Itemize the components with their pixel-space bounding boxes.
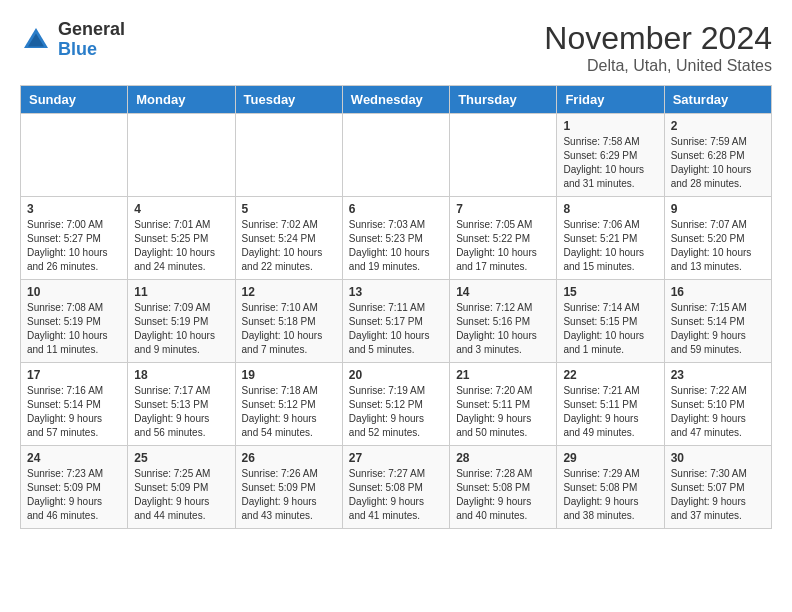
day-number: 25 bbox=[134, 451, 228, 465]
day-number: 27 bbox=[349, 451, 443, 465]
calendar-cell: 7Sunrise: 7:05 AM Sunset: 5:22 PM Daylig… bbox=[450, 197, 557, 280]
day-number: 28 bbox=[456, 451, 550, 465]
day-info: Sunrise: 7:07 AM Sunset: 5:20 PM Dayligh… bbox=[671, 218, 765, 274]
day-info: Sunrise: 7:28 AM Sunset: 5:08 PM Dayligh… bbox=[456, 467, 550, 523]
day-number: 17 bbox=[27, 368, 121, 382]
calendar-week-1: 1Sunrise: 7:58 AM Sunset: 6:29 PM Daylig… bbox=[21, 114, 772, 197]
weekday-header-saturday: Saturday bbox=[664, 86, 771, 114]
day-info: Sunrise: 7:21 AM Sunset: 5:11 PM Dayligh… bbox=[563, 384, 657, 440]
day-number: 16 bbox=[671, 285, 765, 299]
calendar-cell: 19Sunrise: 7:18 AM Sunset: 5:12 PM Dayli… bbox=[235, 363, 342, 446]
logo-line2: Blue bbox=[58, 40, 125, 60]
day-number: 18 bbox=[134, 368, 228, 382]
calendar-cell: 30Sunrise: 7:30 AM Sunset: 5:07 PM Dayli… bbox=[664, 446, 771, 529]
day-number: 3 bbox=[27, 202, 121, 216]
day-info: Sunrise: 7:12 AM Sunset: 5:16 PM Dayligh… bbox=[456, 301, 550, 357]
day-info: Sunrise: 7:11 AM Sunset: 5:17 PM Dayligh… bbox=[349, 301, 443, 357]
day-number: 15 bbox=[563, 285, 657, 299]
weekday-header-row: SundayMondayTuesdayWednesdayThursdayFrid… bbox=[21, 86, 772, 114]
calendar-cell: 29Sunrise: 7:29 AM Sunset: 5:08 PM Dayli… bbox=[557, 446, 664, 529]
day-number: 7 bbox=[456, 202, 550, 216]
calendar-cell: 12Sunrise: 7:10 AM Sunset: 5:18 PM Dayli… bbox=[235, 280, 342, 363]
day-number: 29 bbox=[563, 451, 657, 465]
day-info: Sunrise: 7:06 AM Sunset: 5:21 PM Dayligh… bbox=[563, 218, 657, 274]
day-info: Sunrise: 7:15 AM Sunset: 5:14 PM Dayligh… bbox=[671, 301, 765, 357]
day-info: Sunrise: 7:27 AM Sunset: 5:08 PM Dayligh… bbox=[349, 467, 443, 523]
weekday-header-monday: Monday bbox=[128, 86, 235, 114]
calendar-cell: 23Sunrise: 7:22 AM Sunset: 5:10 PM Dayli… bbox=[664, 363, 771, 446]
calendar-cell bbox=[21, 114, 128, 197]
day-number: 20 bbox=[349, 368, 443, 382]
calendar-cell: 20Sunrise: 7:19 AM Sunset: 5:12 PM Dayli… bbox=[342, 363, 449, 446]
day-info: Sunrise: 7:20 AM Sunset: 5:11 PM Dayligh… bbox=[456, 384, 550, 440]
day-info: Sunrise: 7:05 AM Sunset: 5:22 PM Dayligh… bbox=[456, 218, 550, 274]
page-header: General Blue November 2024 Delta, Utah, … bbox=[20, 20, 772, 75]
day-number: 4 bbox=[134, 202, 228, 216]
calendar-subtitle: Delta, Utah, United States bbox=[544, 57, 772, 75]
calendar-cell: 25Sunrise: 7:25 AM Sunset: 5:09 PM Dayli… bbox=[128, 446, 235, 529]
calendar-cell: 26Sunrise: 7:26 AM Sunset: 5:09 PM Dayli… bbox=[235, 446, 342, 529]
day-info: Sunrise: 7:02 AM Sunset: 5:24 PM Dayligh… bbox=[242, 218, 336, 274]
day-number: 14 bbox=[456, 285, 550, 299]
day-number: 24 bbox=[27, 451, 121, 465]
day-number: 19 bbox=[242, 368, 336, 382]
calendar-week-5: 24Sunrise: 7:23 AM Sunset: 5:09 PM Dayli… bbox=[21, 446, 772, 529]
day-info: Sunrise: 7:26 AM Sunset: 5:09 PM Dayligh… bbox=[242, 467, 336, 523]
title-block: November 2024 Delta, Utah, United States bbox=[544, 20, 772, 75]
logo-text: General Blue bbox=[58, 20, 125, 60]
day-info: Sunrise: 7:30 AM Sunset: 5:07 PM Dayligh… bbox=[671, 467, 765, 523]
logo: General Blue bbox=[20, 20, 125, 60]
logo-icon bbox=[20, 24, 52, 56]
calendar-cell bbox=[342, 114, 449, 197]
calendar-cell: 2Sunrise: 7:59 AM Sunset: 6:28 PM Daylig… bbox=[664, 114, 771, 197]
calendar-title: November 2024 bbox=[544, 20, 772, 57]
logo-line1: General bbox=[58, 20, 125, 40]
day-number: 13 bbox=[349, 285, 443, 299]
day-info: Sunrise: 7:25 AM Sunset: 5:09 PM Dayligh… bbox=[134, 467, 228, 523]
calendar-week-3: 10Sunrise: 7:08 AM Sunset: 5:19 PM Dayli… bbox=[21, 280, 772, 363]
calendar-cell: 16Sunrise: 7:15 AM Sunset: 5:14 PM Dayli… bbox=[664, 280, 771, 363]
calendar-cell: 13Sunrise: 7:11 AM Sunset: 5:17 PM Dayli… bbox=[342, 280, 449, 363]
day-info: Sunrise: 7:03 AM Sunset: 5:23 PM Dayligh… bbox=[349, 218, 443, 274]
day-number: 1 bbox=[563, 119, 657, 133]
day-info: Sunrise: 7:10 AM Sunset: 5:18 PM Dayligh… bbox=[242, 301, 336, 357]
calendar-cell: 18Sunrise: 7:17 AM Sunset: 5:13 PM Dayli… bbox=[128, 363, 235, 446]
day-info: Sunrise: 7:59 AM Sunset: 6:28 PM Dayligh… bbox=[671, 135, 765, 191]
calendar-cell bbox=[235, 114, 342, 197]
calendar-cell: 28Sunrise: 7:28 AM Sunset: 5:08 PM Dayli… bbox=[450, 446, 557, 529]
day-info: Sunrise: 7:00 AM Sunset: 5:27 PM Dayligh… bbox=[27, 218, 121, 274]
calendar-cell: 11Sunrise: 7:09 AM Sunset: 5:19 PM Dayli… bbox=[128, 280, 235, 363]
weekday-header-friday: Friday bbox=[557, 86, 664, 114]
calendar-cell: 9Sunrise: 7:07 AM Sunset: 5:20 PM Daylig… bbox=[664, 197, 771, 280]
weekday-header-thursday: Thursday bbox=[450, 86, 557, 114]
calendar-cell: 4Sunrise: 7:01 AM Sunset: 5:25 PM Daylig… bbox=[128, 197, 235, 280]
day-info: Sunrise: 7:17 AM Sunset: 5:13 PM Dayligh… bbox=[134, 384, 228, 440]
day-info: Sunrise: 7:01 AM Sunset: 5:25 PM Dayligh… bbox=[134, 218, 228, 274]
calendar-cell: 6Sunrise: 7:03 AM Sunset: 5:23 PM Daylig… bbox=[342, 197, 449, 280]
day-number: 11 bbox=[134, 285, 228, 299]
calendar-cell: 5Sunrise: 7:02 AM Sunset: 5:24 PM Daylig… bbox=[235, 197, 342, 280]
weekday-header-tuesday: Tuesday bbox=[235, 86, 342, 114]
day-info: Sunrise: 7:16 AM Sunset: 5:14 PM Dayligh… bbox=[27, 384, 121, 440]
day-number: 10 bbox=[27, 285, 121, 299]
weekday-header-sunday: Sunday bbox=[21, 86, 128, 114]
calendar-cell: 22Sunrise: 7:21 AM Sunset: 5:11 PM Dayli… bbox=[557, 363, 664, 446]
calendar-cell: 14Sunrise: 7:12 AM Sunset: 5:16 PM Dayli… bbox=[450, 280, 557, 363]
weekday-header-wednesday: Wednesday bbox=[342, 86, 449, 114]
day-info: Sunrise: 7:09 AM Sunset: 5:19 PM Dayligh… bbox=[134, 301, 228, 357]
calendar-cell bbox=[450, 114, 557, 197]
calendar-cell: 10Sunrise: 7:08 AM Sunset: 5:19 PM Dayli… bbox=[21, 280, 128, 363]
day-number: 6 bbox=[349, 202, 443, 216]
calendar-cell: 8Sunrise: 7:06 AM Sunset: 5:21 PM Daylig… bbox=[557, 197, 664, 280]
day-info: Sunrise: 7:58 AM Sunset: 6:29 PM Dayligh… bbox=[563, 135, 657, 191]
calendar-cell: 15Sunrise: 7:14 AM Sunset: 5:15 PM Dayli… bbox=[557, 280, 664, 363]
day-number: 2 bbox=[671, 119, 765, 133]
calendar-cell: 27Sunrise: 7:27 AM Sunset: 5:08 PM Dayli… bbox=[342, 446, 449, 529]
calendar-cell: 1Sunrise: 7:58 AM Sunset: 6:29 PM Daylig… bbox=[557, 114, 664, 197]
day-info: Sunrise: 7:08 AM Sunset: 5:19 PM Dayligh… bbox=[27, 301, 121, 357]
calendar-cell: 17Sunrise: 7:16 AM Sunset: 5:14 PM Dayli… bbox=[21, 363, 128, 446]
day-number: 9 bbox=[671, 202, 765, 216]
calendar-cell: 21Sunrise: 7:20 AM Sunset: 5:11 PM Dayli… bbox=[450, 363, 557, 446]
day-number: 22 bbox=[563, 368, 657, 382]
calendar-cell: 24Sunrise: 7:23 AM Sunset: 5:09 PM Dayli… bbox=[21, 446, 128, 529]
